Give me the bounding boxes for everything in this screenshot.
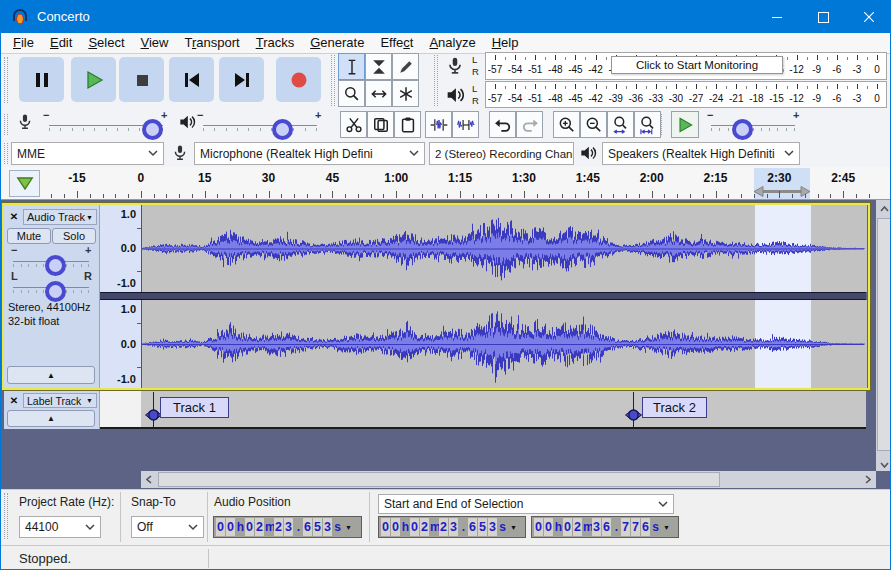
- cut-button[interactable]: [340, 111, 367, 138]
- menu-item-select[interactable]: Select: [80, 33, 132, 53]
- waveform-channel2[interactable]: [141, 300, 867, 388]
- audio-position-field[interactable]: 00h02m23.653s▼: [213, 516, 362, 538]
- play-speed-slider[interactable]: [709, 120, 797, 132]
- transport-toolbar-grip[interactable]: [4, 57, 8, 103]
- menu-item-help[interactable]: Help: [484, 33, 527, 53]
- label-track-title-menu[interactable]: Label Track▼: [23, 393, 97, 408]
- multi-tool-button[interactable]: [392, 80, 419, 107]
- audio-track-title-menu[interactable]: Audio Track▼: [23, 209, 97, 225]
- recording-channels-select[interactable]: 2 (Stereo) Recording Channels: [429, 142, 574, 165]
- maximize-button[interactable]: [800, 1, 846, 33]
- title-bar[interactable]: Concerto: [1, 1, 890, 33]
- paste-button[interactable]: [394, 111, 421, 138]
- redo-button[interactable]: [516, 111, 543, 138]
- solo-button[interactable]: Solo: [52, 228, 96, 244]
- record-meter-mic-button[interactable]: [441, 52, 469, 79]
- recording-volume-slider[interactable]: [47, 120, 165, 132]
- label-track-area[interactable]: [141, 391, 866, 429]
- selection-tool-button[interactable]: [338, 53, 365, 80]
- project-rate-select[interactable]: 44100: [19, 516, 101, 538]
- ruler-tick: [307, 194, 308, 198]
- minimize-button[interactable]: [754, 1, 800, 33]
- horizontal-scrollbar[interactable]: [141, 471, 876, 488]
- zoom-out-button[interactable]: [580, 111, 607, 138]
- slider-thumb[interactable]: [272, 119, 293, 140]
- slider-thumb[interactable]: [142, 119, 163, 140]
- menu-item-effect[interactable]: Effect: [372, 33, 421, 53]
- silence-audio-button[interactable]: [452, 111, 479, 138]
- timefield-char: 3: [284, 518, 293, 536]
- zoom-tool-button[interactable]: [338, 80, 365, 107]
- stop-button[interactable]: [119, 57, 164, 102]
- menu-item-view[interactable]: View: [133, 33, 177, 53]
- selection-start-field[interactable]: 00h02m23.653s▼: [378, 516, 526, 538]
- close-button[interactable]: [846, 1, 891, 33]
- vertical-scale-channel2[interactable]: 1.0 0.0 -1.0: [100, 300, 141, 388]
- label-box[interactable]: Track 2: [642, 397, 707, 418]
- undo-button[interactable]: [489, 111, 516, 138]
- timeline-ruler[interactable]: -1501530451:001:151:301:452:002:152:302:…: [41, 168, 876, 199]
- draw-tool-button[interactable]: [392, 53, 419, 80]
- menu-item-transport[interactable]: Transport: [176, 33, 247, 53]
- menu-item-tracks[interactable]: Tracks: [248, 33, 303, 53]
- timefield-char: 5: [478, 518, 487, 536]
- copy-button[interactable]: [367, 111, 394, 138]
- label-track-close-button[interactable]: ✕: [7, 393, 21, 407]
- playback-meter[interactable]: -57-54-51-48-45-42-39-36-33-30-27-24-21-…: [485, 81, 887, 108]
- playback-volume-slider[interactable]: [201, 120, 319, 132]
- pause-button[interactable]: [19, 57, 64, 102]
- label-box[interactable]: Track 1: [160, 397, 229, 418]
- recording-device-select[interactable]: Microphone (Realtek High Defini: [194, 142, 425, 165]
- envelope-tool-button[interactable]: [365, 53, 392, 80]
- device-toolbar-grip[interactable]: [4, 143, 8, 164]
- timefield-dropdown-icon[interactable]: ▼: [345, 524, 352, 531]
- play-at-speed-button[interactable]: [671, 111, 699, 138]
- vertical-scrollbar-thumb[interactable]: [877, 218, 891, 451]
- slider-tick: [214, 128, 215, 131]
- time-shift-tool-button[interactable]: [365, 80, 392, 107]
- slider-thumb[interactable]: [45, 255, 66, 276]
- snap-to-select[interactable]: Off: [131, 516, 204, 538]
- playback-device-select[interactable]: Speakers (Realtek High Definiti: [602, 142, 800, 165]
- skip-to-end-button[interactable]: [219, 57, 264, 102]
- play-meter-speaker-button[interactable]: [441, 81, 469, 108]
- pan-slider[interactable]: [11, 282, 91, 294]
- timefield-dropdown-icon[interactable]: ▼: [663, 524, 670, 531]
- mute-button[interactable]: Mute: [7, 228, 51, 244]
- selection-toolbar-grip[interactable]: [4, 493, 8, 539]
- menu-item-file[interactable]: File: [5, 33, 42, 53]
- menu-item-generate[interactable]: Generate: [302, 33, 372, 53]
- menu-item-edit[interactable]: Edit: [42, 33, 80, 53]
- label-marker-icon[interactable]: [625, 404, 642, 426]
- vertical-scrollbar[interactable]: [876, 200, 891, 473]
- scroll-right-button[interactable]: [860, 471, 876, 488]
- audio-track-close-button[interactable]: ✕: [7, 209, 21, 223]
- tools-toolbar-grip[interactable]: [331, 55, 335, 106]
- selection-end-field[interactable]: 00h02m36.776s▼: [531, 516, 679, 538]
- mixer-toolbar-grip[interactable]: [4, 114, 8, 135]
- label-track-collapse-button[interactable]: ▲: [7, 410, 95, 427]
- audio-host-select[interactable]: MME: [11, 142, 164, 165]
- trim-audio-button[interactable]: [425, 111, 452, 138]
- skip-to-start-button[interactable]: [169, 57, 214, 102]
- horizontal-scrollbar-thumb[interactable]: [158, 472, 720, 487]
- zoom-in-button[interactable]: [553, 111, 580, 138]
- timefield-dropdown-icon[interactable]: ▼: [510, 524, 517, 531]
- slider-thumb[interactable]: [732, 119, 753, 140]
- record-button[interactable]: [276, 57, 321, 102]
- scroll-left-button[interactable]: [141, 471, 157, 488]
- waveform-channel1[interactable]: [141, 205, 867, 292]
- fit-selection-button[interactable]: [607, 111, 634, 138]
- vertical-scale-channel1[interactable]: 1.0 0.0 -1.0: [100, 205, 141, 292]
- track-collapse-button[interactable]: ▲: [7, 366, 95, 384]
- fit-project-button[interactable]: [634, 111, 661, 138]
- menu-item-analyze[interactable]: Analyze: [421, 33, 483, 53]
- play-button[interactable]: [71, 57, 116, 102]
- undo-icon: [493, 115, 513, 135]
- gain-slider[interactable]: [11, 256, 91, 268]
- meter-toolbar-grip[interactable]: [434, 55, 438, 106]
- timeline-pin-button[interactable]: [9, 170, 40, 197]
- slider-thumb[interactable]: [45, 281, 66, 302]
- scroll-up-button[interactable]: [876, 200, 891, 217]
- selection-mode-select[interactable]: Start and End of Selection: [378, 494, 674, 514]
